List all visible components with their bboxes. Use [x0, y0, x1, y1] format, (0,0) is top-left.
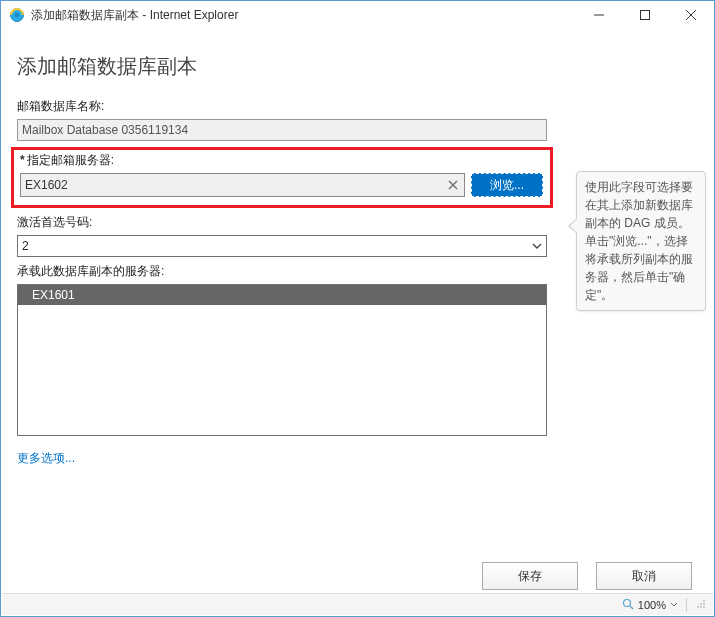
zoom-dropdown-icon[interactable]	[670, 599, 678, 611]
hosts-listbox[interactable]: EX1601	[17, 284, 547, 436]
svg-point-6	[703, 603, 705, 605]
svg-point-5	[700, 603, 702, 605]
clear-icon[interactable]	[442, 174, 464, 196]
svg-point-9	[703, 606, 705, 608]
more-options-link[interactable]: 更多选项...	[17, 450, 75, 467]
minimize-button[interactable]	[576, 1, 622, 29]
svg-point-1	[15, 13, 20, 18]
cancel-button[interactable]: 取消	[596, 562, 692, 590]
required-marker: *	[20, 153, 25, 167]
dialog-footer: 保存 取消	[1, 562, 714, 590]
svg-point-8	[700, 606, 702, 608]
dbname-label: 邮箱数据库名称:	[17, 98, 698, 115]
list-item[interactable]: EX1601	[18, 285, 546, 305]
activation-value: 2	[18, 236, 528, 256]
svg-point-7	[697, 606, 699, 608]
window-title: 添加邮箱数据库副本 - Internet Explorer	[31, 7, 238, 24]
highlighted-section: *指定邮箱服务器: 浏览...	[11, 147, 553, 208]
resize-grip-icon[interactable]	[695, 598, 707, 612]
server-label: 指定邮箱服务器:	[27, 153, 114, 167]
browse-button[interactable]: 浏览...	[471, 173, 543, 197]
statusbar-separator	[686, 598, 687, 612]
zoom-level[interactable]: 100%	[638, 599, 666, 611]
help-callout: 使用此字段可选择要在其上添加新数据库副本的 DAG 成员。单击"浏览..."，选…	[576, 171, 706, 311]
dbname-field: Mailbox Database 0356119134	[17, 119, 547, 141]
chevron-down-icon	[528, 236, 546, 256]
close-button[interactable]	[668, 1, 714, 29]
svg-point-3	[623, 599, 630, 606]
zoom-icon[interactable]	[622, 598, 634, 612]
ie-icon	[9, 7, 25, 23]
page-title: 添加邮箱数据库副本	[17, 53, 698, 80]
server-input[interactable]	[21, 174, 442, 196]
save-button[interactable]: 保存	[482, 562, 578, 590]
activation-select[interactable]: 2	[17, 235, 547, 257]
statusbar: 100%	[2, 593, 713, 615]
svg-point-4	[703, 600, 705, 602]
maximize-button[interactable]	[622, 1, 668, 29]
server-input-wrap[interactable]	[20, 173, 465, 197]
titlebar: 添加邮箱数据库副本 - Internet Explorer	[1, 1, 714, 29]
svg-rect-2	[641, 11, 650, 20]
